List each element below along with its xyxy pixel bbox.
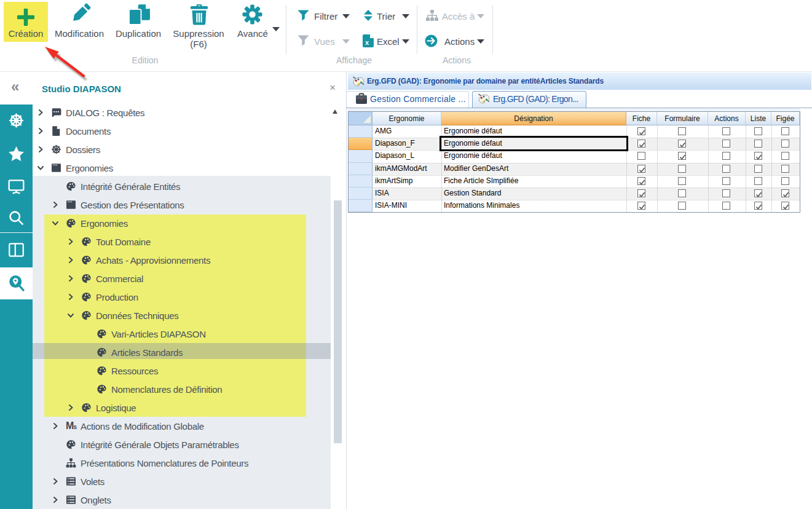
svg-text:x: x xyxy=(365,39,369,46)
